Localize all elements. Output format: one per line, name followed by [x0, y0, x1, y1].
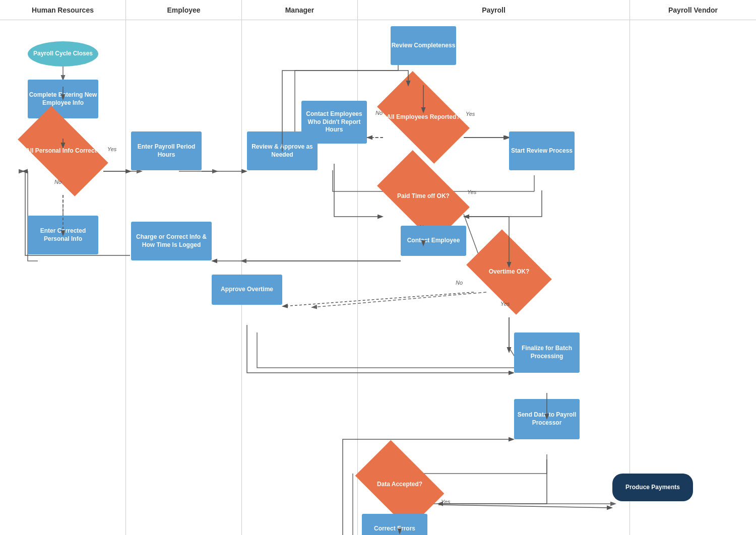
no-label-emp: No	[375, 110, 383, 116]
overtime-ok-shape: Overtime OK?	[474, 247, 544, 297]
no-label-personal: No	[54, 179, 61, 185]
yes-label-emp: Yes	[466, 111, 475, 117]
all-employees-reported-shape: All Employees Reported?	[383, 92, 464, 143]
start-review-shape: Start Review Process	[509, 131, 575, 170]
contact-employee-shape: Contact Employee	[401, 226, 466, 256]
enter-corrected-label: Enter Corrected Personal Info	[28, 227, 98, 243]
hr-label: Human Resources	[32, 6, 94, 14]
yes-label-personal: Yes	[107, 146, 116, 152]
yes-label-pto: Yes	[467, 189, 476, 195]
approve-overtime-shape: Approve Overtime	[212, 275, 282, 305]
start-review-label: Start Review Process	[511, 147, 573, 155]
correct-errors-label: Correct Errors	[374, 525, 415, 533]
contact-employees-label: Contact Employees Who Didn't Report Hour…	[301, 110, 367, 134]
approve-overtime-label: Approve Overtime	[221, 286, 273, 294]
payroll-cycle-shape: Payroll Cycle Closes	[28, 41, 98, 66]
finalize-batch-shape: Finalize for Batch Processing	[514, 332, 580, 373]
produce-payments-shape: Produce Payments	[612, 474, 693, 501]
charge-correct-shape: Charge or Correct Info & How Time Is Log…	[131, 222, 212, 260]
all-personal-info-label: All Personal Info Correct?	[26, 147, 100, 155]
lane-header-emp: Employee	[126, 0, 242, 20]
send-data-label: Send Data to Payroll Processor	[514, 411, 580, 427]
payroll-cycle-label: Payroll Cycle Closes	[33, 50, 93, 58]
review-approve-label: Review & Approve as Needed	[247, 143, 318, 159]
paid-time-off-shape: Paid Time off OK?	[383, 171, 464, 222]
lane-header-mgr: Manager	[242, 0, 358, 20]
lane-header-hr: Human Resources	[0, 0, 126, 20]
emp-label: Employee	[167, 6, 200, 14]
yes-label-ot: Yes	[500, 301, 510, 307]
complete-entering-shape: Complete Entering New Employee Info	[28, 80, 98, 118]
enter-payroll-hours-shape: Enter Payroll Period Hours	[131, 131, 202, 170]
lane-header-pay: Payroll	[358, 0, 630, 20]
complete-entering-label: Complete Entering New Employee Info	[28, 91, 98, 107]
send-data-shape: Send Data to Payroll Processor	[514, 399, 580, 439]
yes-label-da: Yes	[441, 499, 450, 505]
review-completeness-shape: Review Completeness	[391, 26, 456, 65]
pv-label: Payroll Vendor	[668, 6, 718, 14]
contact-employees-shape: Contact Employees Who Didn't Report Hour…	[301, 101, 367, 144]
charge-correct-label: Charge or Correct Info & How Time Is Log…	[131, 233, 212, 249]
all-employees-reported-label: All Employees Reported?	[387, 113, 460, 121]
finalize-batch-label: Finalize for Batch Processing	[514, 345, 580, 360]
pay-label: Payroll	[482, 6, 506, 14]
contact-employee-label: Contact Employee	[407, 237, 460, 245]
overtime-ok-label: Overtime OK?	[489, 268, 530, 276]
correct-errors-shape: Correct Errors	[362, 514, 427, 535]
enter-corrected-shape: Enter Corrected Personal Info	[28, 216, 98, 254]
no-label-ot: No	[456, 280, 463, 286]
review-completeness-label: Review Completeness	[392, 42, 456, 50]
enter-payroll-hours-label: Enter Payroll Period Hours	[131, 143, 202, 159]
produce-payments-label: Produce Payments	[625, 484, 680, 492]
lane-col-pv	[630, 20, 756, 535]
diagram-container: Human Resources Employee Manager Payroll…	[0, 0, 756, 535]
lanes-header: Human Resources Employee Manager Payroll…	[0, 0, 756, 20]
mgr-label: Manager	[285, 6, 314, 14]
all-personal-info-shape: All Personal Info Correct?	[23, 127, 103, 175]
lane-header-pv: Payroll Vendor	[630, 0, 756, 20]
data-accepted-shape: Data Accepted?	[362, 459, 437, 510]
data-accepted-label: Data Accepted?	[377, 481, 422, 489]
paid-time-off-label: Paid Time off OK?	[397, 192, 450, 200]
